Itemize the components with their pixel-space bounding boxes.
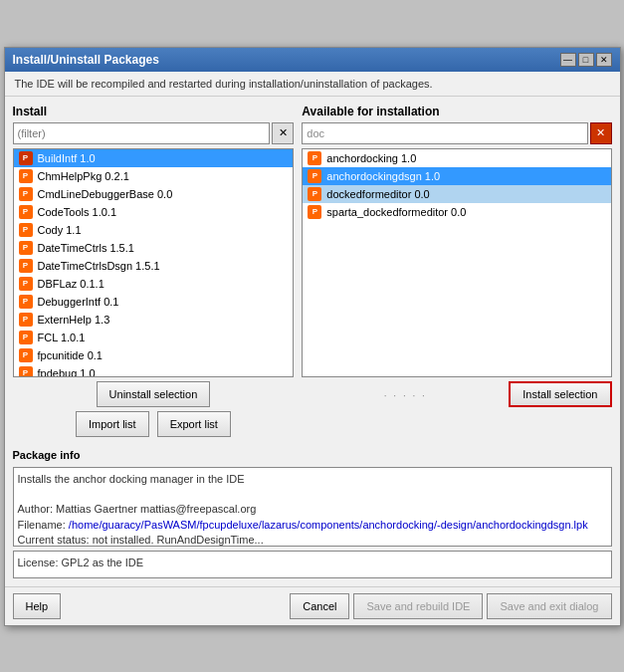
package-description-box: Installs the anchor docking manager in t… [13, 467, 612, 547]
install-filter-clear-button[interactable]: ✕ [272, 122, 294, 144]
item-label: DebuggerIntf 0.1 [38, 296, 119, 308]
install-panel: Install ✕ P BuildIntf 1.0 P ChmHelpPkg 0… [13, 105, 295, 441]
list-item[interactable]: P fpcunitide 0.1 [14, 346, 294, 364]
pkg-icon: P [307, 168, 322, 184]
pkg-icon: P [18, 330, 34, 345]
install-filter-row: ✕ [13, 122, 295, 144]
item-label: DateTimeCtrls 1.5.1 [38, 242, 134, 254]
list-item[interactable]: P CodeTools 1.0.1 [14, 203, 294, 221]
pkg-icon: P [18, 365, 34, 377]
window-title: Install/Uninstall Packages [13, 53, 159, 67]
list-item[interactable]: P anchordockingdsgn 1.0 [303, 167, 610, 185]
item-label: BuildIntf 1.0 [38, 152, 96, 164]
item-label: Cody 1.1 [38, 224, 82, 236]
item-label: anchordockingdsgn 1.0 [326, 170, 440, 182]
pkg-icon: P [18, 150, 34, 166]
pkg-icon: P [307, 150, 322, 166]
list-item[interactable]: P ExternHelp 1.3 [14, 311, 294, 329]
package-info-section: Package info Installs the anchor docking… [13, 449, 612, 578]
pkg-icon: P [18, 294, 34, 310]
pkg-icon: P [18, 276, 34, 292]
list-item[interactable]: P sparta_dockedformeditor 0.0 [303, 203, 610, 221]
install-label: Install [13, 105, 295, 118]
list-item[interactable]: P fpdebug 1.0 [14, 364, 294, 377]
footer-row: Help Cancel Save and rebuild IDE Save an… [5, 586, 620, 625]
item-label: ChmHelpPkg 0.2.1 [38, 170, 129, 182]
pkg-icon: P [307, 186, 322, 202]
list-item[interactable]: P DebuggerIntf 0.1 [14, 293, 294, 311]
list-item[interactable]: P ChmHelpPkg 0.2.1 [14, 167, 294, 185]
package-license-box: License: GPL2 as the IDE [13, 551, 612, 578]
install-selection-button[interactable]: Install selection [509, 381, 611, 407]
list-item[interactable]: P dockedformeditor 0.0 [303, 185, 610, 203]
export-list-button[interactable]: Export list [157, 411, 231, 437]
item-label: dockedformeditor 0.0 [326, 188, 429, 200]
item-label: fpcunitide 0.1 [38, 349, 103, 361]
import-export-row: Import list Export list [13, 411, 295, 437]
footer-right: Cancel Save and rebuild IDE Save and exi… [290, 593, 611, 619]
help-button[interactable]: Help [13, 593, 62, 619]
save-rebuild-button[interactable]: Save and rebuild IDE [353, 593, 483, 619]
list-item[interactable]: P DateTimeCtrls 1.5.1 [14, 239, 294, 257]
import-list-button[interactable]: Import list [76, 411, 149, 437]
panels-row: Install ✕ P BuildIntf 1.0 P ChmHelpPkg 0… [13, 105, 612, 441]
dots-divider: · · · · · [302, 383, 509, 409]
item-label: fpdebug 1.0 [38, 367, 96, 377]
info-text: The IDE will be recompiled and restarted… [15, 78, 433, 90]
available-filter-clear-button[interactable]: ✕ [590, 122, 612, 144]
install-row: · · · · · Install selection [302, 381, 611, 411]
pkg-icon: P [18, 186, 34, 202]
available-list[interactable]: P anchordocking 1.0 P anchordockingdsgn … [302, 148, 611, 377]
install-list[interactable]: P BuildIntf 1.0 P ChmHelpPkg 0.2.1 P Cmd… [13, 148, 295, 377]
main-window: Install/Uninstall Packages — □ ✕ The IDE… [4, 47, 621, 626]
minimize-button[interactable]: — [560, 53, 576, 67]
list-item[interactable]: P anchordocking 1.0 [303, 149, 610, 167]
pkg-icon: P [18, 312, 34, 328]
item-label: DateTimeCtrlsDsgn 1.5.1 [38, 260, 160, 272]
title-bar: Install/Uninstall Packages — □ ✕ [5, 48, 620, 72]
available-filter-input[interactable] [302, 122, 587, 144]
item-label: anchordocking 1.0 [326, 152, 416, 164]
package-description: Installs the anchor docking manager in t… [18, 473, 588, 547]
pkg-icon: P [307, 204, 322, 220]
item-label: ExternHelp 1.3 [38, 314, 110, 326]
available-filter-row: ✕ [302, 122, 611, 144]
install-filter-input[interactable] [13, 122, 271, 144]
item-label: CmdLineDebuggerBase 0.0 [38, 188, 173, 200]
save-exit-button[interactable]: Save and exit dialog [487, 593, 611, 619]
maximize-button[interactable]: □ [578, 53, 594, 67]
list-item[interactable]: P DBFLaz 0.1.1 [14, 275, 294, 293]
cancel-button[interactable]: Cancel [290, 593, 349, 619]
package-license: License: GPL2 as the IDE [18, 557, 144, 568]
pkg-icon: P [18, 347, 34, 363]
item-label: sparta_dockedformeditor 0.0 [326, 206, 466, 218]
package-info-label: Package info [13, 449, 612, 461]
uninstall-selection-button[interactable]: Uninstall selection [97, 381, 211, 407]
list-item[interactable]: P BuildIntf 1.0 [14, 149, 294, 167]
pkg-icon: P [18, 222, 34, 238]
uninstall-row: Uninstall selection [13, 381, 295, 407]
pkg-icon: P [18, 258, 34, 274]
available-label: Available for installation [302, 105, 611, 118]
main-content: Install ✕ P BuildIntf 1.0 P ChmHelpPkg 0… [5, 97, 620, 586]
item-label: FCL 1.0.1 [38, 332, 86, 343]
available-panel: Available for installation ✕ P anchordoc… [302, 105, 611, 441]
pkg-icon: P [18, 240, 34, 256]
list-item[interactable]: P DateTimeCtrlsDsgn 1.5.1 [14, 257, 294, 275]
item-label: DBFLaz 0.1.1 [38, 278, 104, 290]
list-item[interactable]: P Cody 1.1 [14, 221, 294, 239]
window-controls: — □ ✕ [560, 53, 612, 67]
item-label: CodeTools 1.0.1 [38, 206, 117, 218]
list-item[interactable]: P FCL 1.0.1 [14, 329, 294, 346]
info-bar: The IDE will be recompiled and restarted… [5, 72, 620, 97]
pkg-icon: P [18, 204, 34, 220]
close-button[interactable]: ✕ [596, 53, 612, 67]
pkg-icon: P [18, 168, 34, 184]
list-item[interactable]: P CmdLineDebuggerBase 0.0 [14, 185, 294, 203]
